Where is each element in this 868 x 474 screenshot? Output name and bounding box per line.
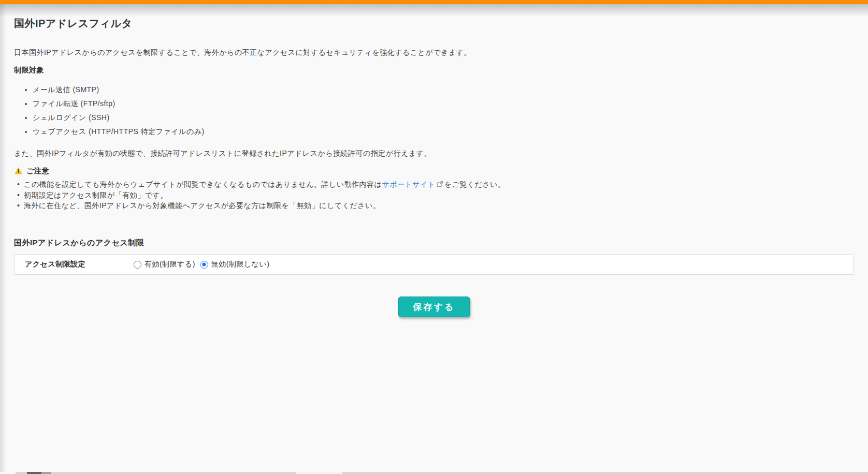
radio-option-label: 有効(制限する): [144, 260, 195, 269]
accent-top-bar: [0, 0, 868, 4]
list-item: ウェブアクセス (HTTP/HTTPS 特定ファイルのみ): [33, 126, 854, 137]
caution-list: この機能を設定しても海外からウェブサイトが閲覧できなくなるものではありません。詳…: [14, 179, 854, 211]
page-title: 国外IPアドレスフィルタ: [14, 18, 854, 28]
restriction-targets-heading: 制限対象: [14, 65, 854, 75]
list-item: シェルログイン (SSH): [33, 112, 854, 123]
warning-icon: [14, 167, 23, 175]
caution-heading-label: ご注意: [26, 166, 49, 176]
bottom-edge-segment: [27, 472, 41, 474]
radio-option-label: 無効(制限しない): [211, 260, 270, 269]
external-link-icon: [437, 180, 443, 190]
intro-text: 日本国外IPアドレスからのアクセスを制限することで、海外からの不正なアクセスに対…: [14, 47, 854, 57]
bottom-edge-segment: [16, 472, 868, 474]
list-item: この機能を設定しても海外からウェブサイトが閲覧できなくなるものではありません。詳…: [14, 179, 854, 190]
access-restriction-settings-row: アクセス制限設定 有効(制限する) 無効(制限しない): [14, 254, 854, 275]
screen-bottom-edge: [0, 472, 868, 474]
bottom-edge-segment: [41, 472, 51, 474]
caution-text: この機能を設定しても海外からウェブサイトが閲覧できなくなるものではありません。詳…: [24, 180, 382, 188]
access-restriction-setting-label: アクセス制限設定: [15, 260, 134, 269]
support-site-link[interactable]: サポートサイト: [382, 180, 435, 188]
list-item: メール送信 (SMTP): [33, 84, 854, 95]
save-button[interactable]: 保存する: [398, 297, 470, 317]
radio-icon[interactable]: [134, 261, 141, 269]
radio-option-disable[interactable]: 無効(制限しない): [200, 260, 270, 269]
radio-option-enable[interactable]: 有効(制限する): [134, 260, 195, 269]
list-item: ファイル転送 (FTP/sftp): [33, 98, 854, 109]
access-restriction-radio-group: 有効(制限する) 無効(制限しない): [134, 260, 269, 269]
radio-icon[interactable]: [200, 261, 208, 269]
restriction-target-list: メール送信 (SMTP) ファイル転送 (FTP/sftp) シェルログイン (…: [14, 84, 854, 137]
list-item: 海外に在住など、国外IPアドレスから対象機能へアクセスが必要な方は制限を「無効」…: [14, 200, 854, 211]
list-item: 初期設定はアクセス制限が「有効」です。: [14, 190, 854, 200]
caution-text: 初期設定はアクセス制限が「有効」です。: [24, 191, 168, 199]
access-restriction-section-heading: 国外IPアドレスからのアクセス制限: [14, 238, 854, 248]
foreign-ip-filter-page: 国外IPアドレスフィルタ 日本国外IPアドレスからのアクセスを制限することで、海…: [0, 0, 868, 317]
bottom-edge-segment: [296, 472, 342, 474]
caution-text: をご覧ください。: [444, 180, 505, 188]
allowlist-note: また、国外IPフィルタが有効の状態で、接続許可アドレスリストに登録されたIPアド…: [14, 148, 854, 158]
caution-heading: ご注意: [14, 166, 854, 176]
caution-text: 海外に在住など、国外IPアドレスから対象機能へアクセスが必要な方は制限を「無効」…: [24, 201, 380, 210]
